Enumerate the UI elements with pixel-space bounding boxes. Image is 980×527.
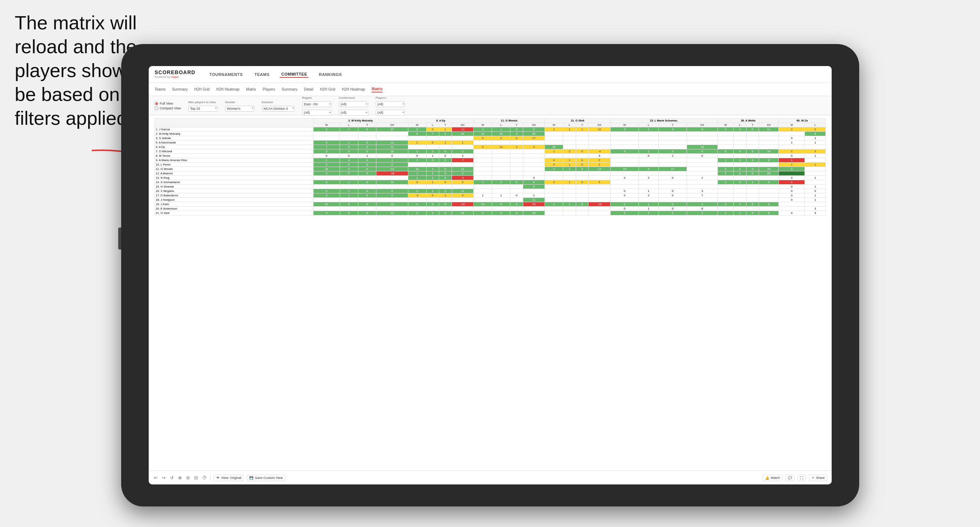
- cell: 3: [492, 211, 511, 216]
- players-sub-select[interactable]: (All): [375, 110, 405, 116]
- conference-sub-select[interactable]: (All): [339, 110, 368, 116]
- region-sub-select-wrapper[interactable]: (All): [302, 109, 332, 116]
- cell: 17: [523, 136, 545, 141]
- cell: [659, 180, 687, 184]
- cell: 1: [340, 141, 358, 145]
- cell: [733, 194, 746, 198]
- cell: 13: [376, 211, 408, 216]
- subnav-summary1[interactable]: Summary: [172, 87, 188, 92]
- cell: 10: [474, 132, 492, 136]
- table-row: 10. L Perini 0 0 0 0: [155, 163, 826, 167]
- cell: [576, 171, 589, 176]
- cell: 17: [659, 167, 687, 171]
- cell: [733, 189, 746, 194]
- th-sub-dif5: Dif: [687, 123, 718, 127]
- full-view-radio[interactable]: Full View: [154, 102, 181, 105]
- cell: -2: [452, 176, 474, 180]
- comment-icon: 💬: [788, 476, 792, 479]
- subnav-h2hgrid1[interactable]: H2H Grid: [194, 87, 210, 92]
- cell: [426, 136, 439, 141]
- eye-icon: 👁: [216, 476, 220, 479]
- subnav-teams[interactable]: Teams: [154, 87, 165, 92]
- max-players-select-wrapper[interactable]: Top 25 Top 10 All: [188, 105, 218, 111]
- timer-icon[interactable]: ⏱: [202, 475, 207, 481]
- cell: [452, 184, 474, 189]
- zoom-out-icon[interactable]: ⊖: [185, 475, 191, 481]
- cell: [545, 136, 563, 141]
- subnav-h2hheatmap1[interactable]: H2H Heatmap: [216, 87, 239, 92]
- undo-icon[interactable]: ↩: [153, 475, 158, 481]
- zoom-in-icon[interactable]: ⊕: [177, 475, 183, 481]
- subnav-matrix1[interactable]: Matrix: [246, 87, 256, 92]
- max-players-select[interactable]: Top 25 Top 10 All: [188, 106, 218, 111]
- gender-label: Gender: [225, 100, 255, 104]
- nav-teams[interactable]: TEAMS: [253, 71, 271, 78]
- matrix-scroll-area[interactable]: 2. M Kelly Mulcahy 6. A Dy 11. G Woods 2…: [149, 115, 832, 470]
- cell: [474, 163, 492, 167]
- division-select[interactable]: NCAA Division II NCAA Division I NCAA Di…: [262, 106, 295, 111]
- cell: 2: [805, 127, 826, 132]
- nav-rankings[interactable]: RANKINGS: [317, 71, 343, 78]
- zoom-reset-icon[interactable]: ⊟: [194, 475, 199, 481]
- tablet-screen: SCOREBOARD Powered by clippd TOURNAMENTS…: [149, 66, 832, 484]
- cell: [687, 158, 718, 163]
- cell: 3: [805, 206, 826, 211]
- players-select-wrapper[interactable]: (All): [375, 100, 405, 107]
- cell: 0: [659, 194, 687, 198]
- gender-select-wrapper[interactable]: Women's Men's: [225, 105, 255, 111]
- watch-btn[interactable]: 🔔 Watch: [763, 475, 783, 481]
- subnav-h2hgrid2[interactable]: H2H Grid: [320, 87, 335, 92]
- cell: [759, 184, 779, 189]
- conference-select[interactable]: (All): [339, 101, 368, 107]
- subnav-h2hheatmap2[interactable]: H2H Heatmap: [342, 87, 365, 92]
- cell: [408, 198, 426, 202]
- table-row: 21. O Stoll 4 0 0 13 2 1 0 14 1 3 0: [155, 211, 826, 216]
- conference-sub-select-wrapper[interactable]: (All): [339, 109, 368, 116]
- subnav-matrix2[interactable]: Matrix: [372, 86, 382, 92]
- players-sub-select-wrapper[interactable]: (All): [375, 109, 405, 116]
- region-sub-select[interactable]: (All): [302, 110, 332, 116]
- cell: 0: [779, 211, 805, 216]
- cell: [805, 145, 826, 149]
- cell: [545, 176, 563, 180]
- cell: [610, 163, 638, 167]
- save-custom-btn[interactable]: 💾 Save Custom View: [247, 475, 285, 481]
- cell: 0: [358, 145, 376, 149]
- compact-view-radio[interactable]: Compact View: [154, 106, 181, 110]
- cell: [687, 163, 718, 167]
- gender-select[interactable]: Women's Men's: [225, 106, 255, 111]
- cell: 14: [376, 180, 408, 184]
- save-icon: 💾: [249, 476, 253, 479]
- subnav-detail[interactable]: Detail: [304, 87, 313, 92]
- cell: 9: [523, 184, 545, 189]
- cell: 0: [340, 158, 358, 163]
- cell: 1: [805, 176, 826, 180]
- conference-select-wrapper[interactable]: (All): [339, 100, 368, 107]
- comment-btn[interactable]: 💬: [785, 475, 795, 481]
- cell: [563, 189, 576, 194]
- nav-tournaments[interactable]: TOURNAMENTS: [208, 71, 244, 78]
- reset-icon[interactable]: ↺: [169, 475, 174, 481]
- redo-icon[interactable]: ↪: [161, 475, 166, 481]
- division-select-wrapper[interactable]: NCAA Division II NCAA Division I NCAA Di…: [262, 105, 295, 111]
- nav-committee[interactable]: COMMITTEE: [280, 71, 309, 78]
- cell: 0: [439, 189, 452, 194]
- cell: 10: [589, 127, 611, 132]
- cell: 3: [408, 189, 426, 194]
- region-select[interactable]: East - DII West - DII: [302, 101, 332, 107]
- cell: 0: [340, 167, 358, 171]
- share-btn[interactable]: ↗ Share: [809, 475, 827, 481]
- cell: 0: [340, 149, 358, 154]
- expand-btn[interactable]: ⛶: [797, 475, 806, 481]
- cell: [746, 184, 759, 189]
- cell: 0: [474, 145, 492, 149]
- subnav-summary2[interactable]: Summary: [282, 87, 298, 92]
- subnav-players[interactable]: Players: [263, 87, 275, 92]
- players-select[interactable]: (All): [375, 101, 405, 107]
- cell: 2: [408, 149, 426, 154]
- player-name: 1. J Garcia: [155, 127, 313, 132]
- cell: 0: [733, 158, 746, 163]
- view-original-btn[interactable]: 👁 View: Original: [214, 475, 244, 481]
- region-select-wrapper[interactable]: East - DII West - DII: [302, 100, 332, 107]
- cell: [759, 198, 779, 202]
